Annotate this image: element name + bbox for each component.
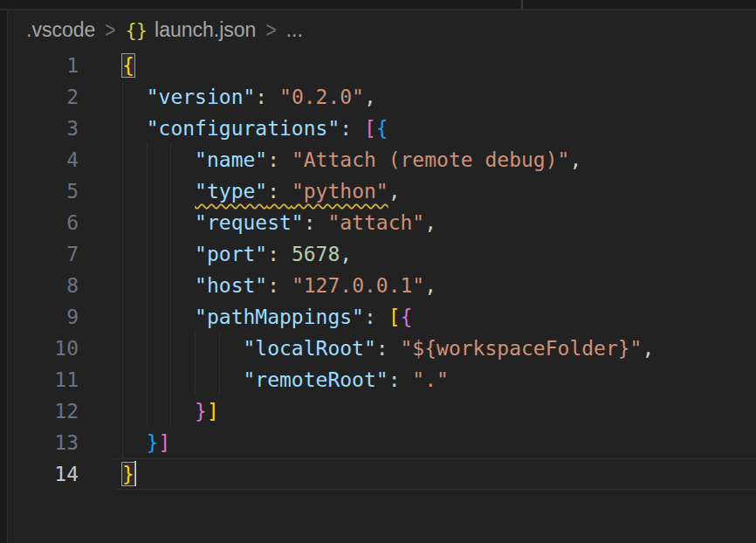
code-token: {: [401, 306, 413, 328]
code-token: "configurations": [147, 117, 340, 140]
code-token: "name": [195, 148, 267, 171]
tab-divider: [521, 0, 523, 9]
code-token: "Attach (remote debug)": [292, 148, 570, 171]
code-line: 8 "host": "127.0.0.1",: [9, 270, 756, 301]
chevron-right-icon: >: [105, 17, 115, 43]
code-line: 11 "remoteRoot": ".": [9, 364, 756, 395]
line-number[interactable]: 4: [9, 144, 79, 175]
code-line: 9 "pathMappings": [{: [9, 301, 756, 333]
line-number[interactable]: 12: [9, 395, 79, 427]
indent-guide: [170, 364, 171, 395]
code-token: "type": [195, 180, 267, 203]
line-number[interactable]: 8: [9, 270, 79, 301]
code-token: :: [267, 243, 292, 265]
indent-guide: [170, 395, 171, 427]
code-token: ,: [642, 337, 654, 360]
indent-guide: [147, 144, 148, 175]
code-token: "version": [147, 86, 256, 108]
code-token: [122, 337, 243, 360]
indent-guide: [147, 333, 148, 364]
breadcrumb: .vscode > {} launch.json > ...: [26, 10, 303, 49]
line-number[interactable]: 13: [9, 427, 79, 458]
code-line: 12 }]: [9, 395, 756, 427]
code-token: }: [195, 400, 207, 423]
breadcrumb-item-folder[interactable]: .vscode: [26, 18, 95, 42]
indent-guide: [170, 301, 171, 333]
indent-guide: [122, 270, 123, 301]
code-line-content: "port": 5678,: [113, 238, 756, 270]
code-token: [: [364, 117, 376, 140]
indent-guide: [170, 270, 171, 301]
indent-guide: [147, 270, 148, 301]
breadcrumb-item-symbol[interactable]: ...: [286, 18, 303, 42]
code-token: :: [267, 274, 292, 297]
indent-guide: [122, 113, 123, 144]
breadcrumb-file-label: launch.json: [155, 18, 256, 42]
code-token: "host": [195, 274, 267, 297]
tab-bar-edge: [0, 0, 756, 9]
code-line-content: }]: [113, 395, 756, 427]
code-token: [122, 431, 147, 454]
code-line-content: "pathMappings": [{: [113, 301, 756, 333]
code-line: 7 "port": 5678,: [9, 238, 756, 270]
indent-guide: [122, 333, 123, 364]
code-line-content: "name": "Attach (remote debug)",: [113, 144, 756, 175]
code-line-content: "type": "python",: [113, 175, 756, 207]
indent-guide: [147, 395, 148, 427]
line-number[interactable]: 10: [9, 333, 79, 364]
line-number[interactable]: 11: [9, 364, 79, 395]
code-token: "pathMappings": [195, 306, 364, 328]
line-number[interactable]: 2: [9, 81, 79, 113]
code-token: :: [364, 306, 388, 328]
line-number[interactable]: 7: [9, 238, 79, 270]
code-token: [122, 400, 195, 423]
indent-guide: [170, 207, 171, 238]
indent-guide: [147, 238, 148, 270]
code-token: "python": [292, 180, 388, 203]
indent-guide: [195, 364, 196, 395]
code-token: [122, 180, 195, 203]
code-token: [122, 368, 243, 391]
indent-guide: [219, 333, 220, 364]
line-number[interactable]: 14: [9, 458, 79, 490]
code-token: :: [267, 180, 292, 203]
code-token: [122, 117, 147, 140]
line-number[interactable]: 9: [9, 301, 79, 333]
code-token: :: [340, 117, 364, 140]
code-token: "port": [195, 243, 267, 265]
indent-guide: [147, 364, 148, 395]
code-token: :: [388, 368, 413, 391]
matched-bracket: {: [122, 54, 134, 77]
breadcrumb-item-file[interactable]: {} launch.json: [126, 18, 257, 42]
indent-guide: [195, 333, 196, 364]
line-number[interactable]: 1: [9, 50, 79, 81]
code-token: [122, 306, 195, 328]
code-token: [122, 274, 195, 297]
code-token: ,: [424, 274, 436, 297]
code-token: ,: [569, 148, 581, 171]
breadcrumb-symbol-label: ...: [286, 18, 303, 42]
indent-guide: [147, 301, 148, 333]
code-line: 2 "version": "0.2.0",: [9, 81, 756, 113]
indent-guide: [147, 207, 148, 238]
code-line-content: "configurations": [{: [113, 113, 756, 144]
code-token: 5678: [292, 243, 340, 265]
line-number[interactable]: 6: [9, 207, 79, 238]
code-line: 5 "type": "python",: [9, 175, 756, 207]
indent-guide: [122, 395, 123, 427]
indent-guide: [122, 144, 123, 175]
code-line: 13 }]: [9, 427, 756, 458]
code-token: {: [376, 117, 388, 140]
code-line: 10 "localRoot": "${workspaceFolder}",: [9, 333, 756, 364]
code-token: ,: [340, 243, 352, 265]
code-line-content: "request": "attach",: [113, 207, 756, 238]
code-line: 4 "name": "Attach (remote debug)",: [9, 144, 756, 175]
line-number[interactable]: 5: [9, 175, 79, 207]
sidebar-edge: [0, 10, 8, 543]
indent-guide: [122, 175, 123, 207]
code-line-content: {: [113, 50, 756, 81]
code-editor[interactable]: 1{2 "version": "0.2.0",3 "configurations…: [9, 50, 756, 490]
indent-guide: [170, 238, 171, 270]
indent-guide: [122, 207, 123, 238]
line-number[interactable]: 3: [9, 113, 79, 144]
